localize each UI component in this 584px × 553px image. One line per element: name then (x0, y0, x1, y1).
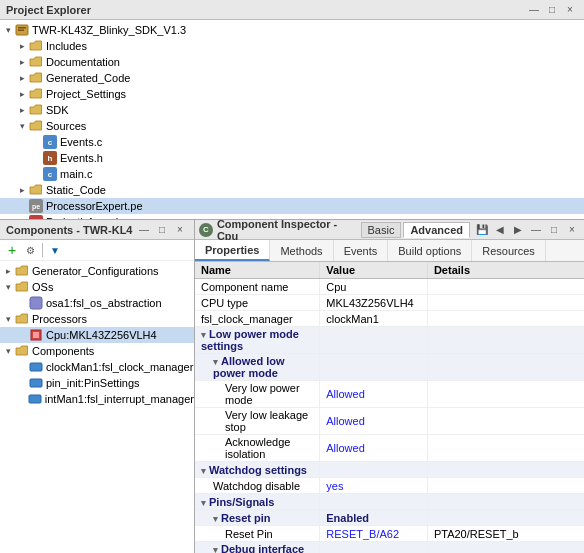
svg-rect-8 (29, 395, 41, 403)
subtab-resources[interactable]: Resources (472, 240, 546, 261)
svg-rect-2 (18, 30, 24, 32)
save-icon[interactable]: 💾 (474, 222, 490, 238)
comp-item-processors[interactable]: ▾Processors (0, 311, 194, 327)
tree-item-includes[interactable]: ▸Includes (0, 38, 584, 54)
tab-basic[interactable]: Basic (361, 222, 402, 238)
subtab-methods[interactable]: Methods (270, 240, 333, 261)
tree-item-documentation[interactable]: ▸Documentation (0, 54, 584, 70)
tab-advanced[interactable]: Advanced (403, 222, 470, 238)
svg-rect-7 (30, 379, 42, 387)
comp-item-int_man[interactable]: intMan1:fsl_interrupt_manager (0, 391, 194, 407)
table-row: ▾Allowed low power mode (195, 354, 584, 381)
close-icon[interactable]: × (562, 2, 578, 18)
insp-close-icon[interactable]: × (564, 222, 580, 238)
expand-arrow[interactable]: ▸ (16, 72, 28, 84)
cell-value (320, 462, 428, 478)
comp-item-gen_configs[interactable]: ▸Generator_Configurations (0, 263, 194, 279)
tree-item-sdk[interactable]: ▸SDK (0, 102, 584, 118)
cell-details (427, 381, 584, 408)
folder-icon (28, 70, 44, 86)
tree-item-events_h[interactable]: hEvents.h (0, 150, 584, 166)
tree-item-root[interactable]: ▾TWR-KL43Z_Blinky_SDK_V1.3 (0, 22, 584, 38)
tree-item-label: Events.c (60, 136, 102, 148)
tree-item-label: Static_Code (46, 184, 106, 196)
cell-details: PTA20/RESET_b (427, 526, 584, 542)
comp-item-oss[interactable]: ▾OSs (0, 279, 194, 295)
expand-arrow[interactable]: ▾ (2, 345, 14, 357)
table-row[interactable]: fsl_clock_managerclockMan1 (195, 311, 584, 327)
section-arrow[interactable]: ▾ (213, 514, 218, 524)
table-row[interactable]: CPU typeMKL43Z256VLH4 (195, 295, 584, 311)
subtab-properties[interactable]: Properties (195, 240, 270, 261)
cell-name: Reset Pin (195, 526, 320, 542)
comp-maximize-icon[interactable]: □ (154, 222, 170, 238)
os-icon (28, 295, 44, 311)
comp-item-pin_init[interactable]: pin_init:PinSettings (0, 375, 194, 391)
cell-name: ▾Low power mode settings (195, 327, 320, 354)
expand-arrow[interactable]: ▸ (16, 56, 28, 68)
table-row[interactable]: Very low power modeAllowed (195, 381, 584, 408)
section-arrow[interactable]: ▾ (201, 498, 206, 508)
add-component-button[interactable]: + (4, 242, 20, 258)
comp-item-label: Generator_Configurations (32, 265, 159, 277)
tree-item-processor_expert[interactable]: peProcessorExpert.pe (0, 198, 584, 214)
subtab-build-options[interactable]: Build options (388, 240, 472, 261)
expand-arrow[interactable]: ▸ (16, 40, 28, 52)
minimize-icon[interactable]: — (526, 2, 542, 18)
section-arrow[interactable]: ▾ (213, 357, 218, 367)
cell-value: Allowed (320, 381, 428, 408)
cell-name: Very low leakage stop (195, 408, 320, 435)
cell-name: Watchdog disable (195, 478, 320, 494)
expand-arrow[interactable]: ▾ (2, 24, 14, 36)
svg-rect-3 (30, 297, 42, 309)
expand-arrow[interactable]: ▾ (16, 120, 28, 132)
inspector-tbody: Component nameCpuCPU typeMKL43Z256VLH4fs… (195, 279, 584, 554)
file-c-icon: c (42, 134, 58, 150)
table-row[interactable]: Very low leakage stopAllowed (195, 408, 584, 435)
tree-item-generated_code[interactable]: ▸Generated_Code (0, 70, 584, 86)
tree-item-project_settings[interactable]: ▸Project_Settings (0, 86, 584, 102)
comp-item-components_group[interactable]: ▾Components (0, 343, 194, 359)
expand-arrow[interactable]: ▸ (16, 184, 28, 196)
expand-arrow[interactable]: ▾ (2, 281, 14, 293)
tree-item-sources[interactable]: ▾Sources (0, 118, 584, 134)
expand-arrow[interactable]: ▾ (2, 313, 14, 325)
section-arrow[interactable]: ▾ (213, 545, 218, 553)
table-row[interactable]: Watchdog disableyes (195, 478, 584, 494)
comp-item-clock_manager[interactable]: clockMan1:fsl_clock_manager (0, 359, 194, 375)
expand-arrow[interactable]: ▸ (2, 265, 14, 277)
cell-details (427, 494, 584, 510)
table-row[interactable]: Acknowledge isolationAllowed (195, 435, 584, 462)
comp-item-osa_abstraction[interactable]: osa1:fsl_os_abstraction (0, 295, 194, 311)
tree-item-main_c[interactable]: cmain.c (0, 166, 584, 182)
insp-minimize-icon[interactable]: — (528, 222, 544, 238)
cell-value: Allowed (320, 435, 428, 462)
settings-button[interactable]: ⚙ (22, 242, 38, 258)
filter-button[interactable]: ▼ (47, 242, 63, 258)
folder-icon (28, 102, 44, 118)
expand-arrow[interactable]: ▸ (16, 104, 28, 116)
col-header-details: Details (427, 262, 584, 279)
folder-icon (28, 118, 44, 134)
maximize-icon[interactable]: □ (544, 2, 560, 18)
back-icon[interactable]: ◀ (492, 222, 508, 238)
expand-arrow[interactable]: ▸ (16, 88, 28, 100)
folder-icon (28, 54, 44, 70)
table-row[interactable]: Reset PinRESET_B/A62PTA20/RESET_b (195, 526, 584, 542)
cell-name: ▾Debug interface (SWD) (195, 542, 320, 554)
tree-item-events_c[interactable]: cEvents.c (0, 134, 584, 150)
tree-item-label: Project_Settings (46, 88, 126, 100)
subtab-events[interactable]: Events (334, 240, 389, 261)
comp-item-cpu[interactable]: Cpu:MKL43Z256VLH4 (0, 327, 194, 343)
svg-rect-6 (30, 363, 42, 371)
tree-item-static_code[interactable]: ▸Static_Code (0, 182, 584, 198)
components-title-icons: — □ × (136, 222, 188, 238)
section-arrow[interactable]: ▾ (201, 466, 206, 476)
comp-minimize-icon[interactable]: — (136, 222, 152, 238)
forward-icon[interactable]: ▶ (510, 222, 526, 238)
table-row[interactable]: Component nameCpu (195, 279, 584, 295)
insp-maximize-icon[interactable]: □ (546, 222, 562, 238)
section-arrow[interactable]: ▾ (201, 330, 206, 340)
comp-close-icon[interactable]: × (172, 222, 188, 238)
project-icon (14, 22, 30, 38)
